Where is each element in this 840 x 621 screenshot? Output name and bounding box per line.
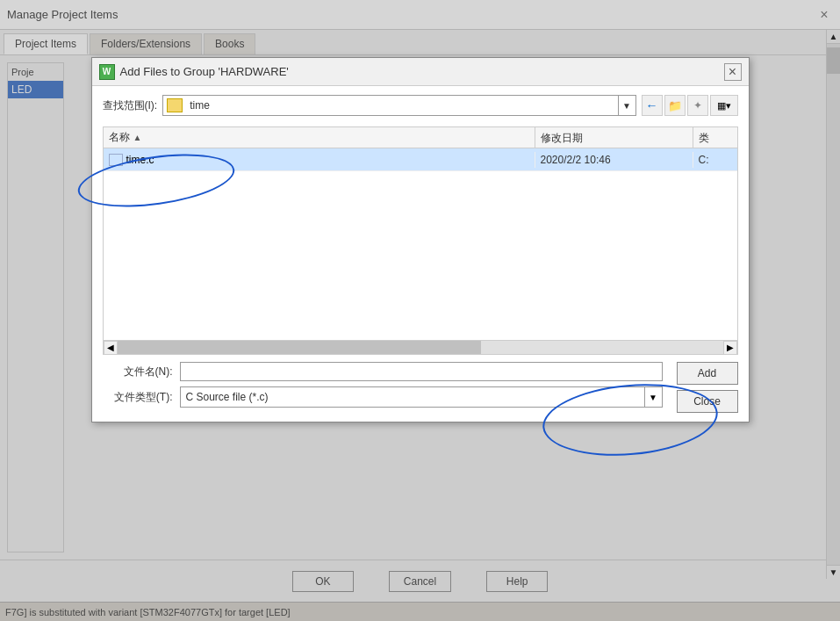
dialog-icon: W bbox=[99, 64, 115, 80]
filetype-dropdown-arrow[interactable]: ▼ bbox=[644, 387, 662, 407]
add-button[interactable]: Add bbox=[677, 362, 738, 385]
modal-overlay: W Add Files to Group 'HARDWARE' × 查找范围(I… bbox=[0, 0, 840, 621]
action-buttons: Add Close bbox=[677, 362, 738, 413]
dialog-body: 查找范围(I): time ▼ ← 📁 ✦ bbox=[92, 86, 749, 422]
file-icon bbox=[109, 154, 123, 166]
dialog-title-bar: W Add Files to Group 'HARDWARE' × bbox=[92, 58, 749, 86]
add-files-dialog: W Add Files to Group 'HARDWARE' × 查找范围(I… bbox=[91, 57, 750, 422]
scroll-left-btn[interactable]: ◀ bbox=[104, 341, 118, 355]
type-column-header: 类 bbox=[693, 127, 737, 148]
close-dialog-button[interactable]: Close bbox=[677, 390, 738, 413]
dialog-close-icon[interactable]: × bbox=[724, 63, 742, 81]
name-column-header: 名称 ▲ bbox=[104, 127, 535, 148]
filetype-form-row: 文件类型(T): C Source file (*.c) ▼ bbox=[103, 386, 663, 408]
date-column-header: 修改日期 bbox=[535, 127, 693, 148]
file-row[interactable]: time.c 2020/2/2 10:46 C: bbox=[104, 148, 737, 171]
filetype-dropdown[interactable]: C Source file (*.c) ▼ bbox=[180, 386, 663, 408]
horizontal-scrollbar: ◀ ▶ bbox=[104, 340, 737, 354]
filename-input[interactable] bbox=[180, 362, 663, 381]
location-bar: 查找范围(I): time ▼ ← 📁 ✦ bbox=[103, 95, 738, 116]
dialog-title-left: W Add Files to Group 'HARDWARE' bbox=[99, 64, 289, 80]
location-dropdown[interactable]: time ▼ bbox=[162, 95, 635, 116]
up-folder-button[interactable]: 📁 bbox=[664, 95, 686, 116]
location-label: 查找范围(I): bbox=[103, 98, 158, 113]
scroll-thumb bbox=[118, 341, 481, 354]
location-dropdown-arrow[interactable]: ▼ bbox=[618, 96, 635, 115]
filetype-dropdown-text: C Source file (*.c) bbox=[181, 391, 644, 403]
file-cell-date: 2020/2/2 10:46 bbox=[535, 152, 693, 168]
scroll-right-btn[interactable]: ▶ bbox=[723, 341, 737, 355]
file-cell-type: C: bbox=[693, 152, 737, 168]
toolbar-icons: ← 📁 ✦ ▦▾ bbox=[642, 95, 738, 116]
view-button[interactable]: ▦▾ bbox=[710, 95, 738, 116]
back-button[interactable]: ← bbox=[642, 95, 663, 116]
filename-label: 文件名(N): bbox=[103, 365, 173, 379]
file-list-header: 名称 ▲ 修改日期 类 bbox=[104, 127, 737, 148]
file-list-container: 名称 ▲ 修改日期 类 time.c 2020/2/2 10:46 bbox=[103, 126, 738, 355]
file-list-body: time.c 2020/2/2 10:46 C: bbox=[104, 148, 737, 340]
outer-window: Manage Project Items × Project Items Fol… bbox=[0, 0, 840, 621]
location-text: time bbox=[186, 99, 617, 112]
filetype-label: 文件类型(T): bbox=[103, 390, 173, 405]
file-cell-name: time.c bbox=[104, 152, 535, 168]
new-folder-button[interactable]: ✦ bbox=[687, 95, 708, 116]
location-folder-icon bbox=[167, 98, 183, 112]
filename-form-row: 文件名(N): bbox=[103, 362, 663, 381]
scroll-track bbox=[118, 341, 723, 354]
dialog-title: Add Files to Group 'HARDWARE' bbox=[120, 65, 289, 78]
filename-row: 文件名(N): 文件类型(T): C Source file (*.c) ▼ bbox=[103, 362, 738, 413]
sort-arrow[interactable]: ▲ bbox=[133, 133, 142, 142]
